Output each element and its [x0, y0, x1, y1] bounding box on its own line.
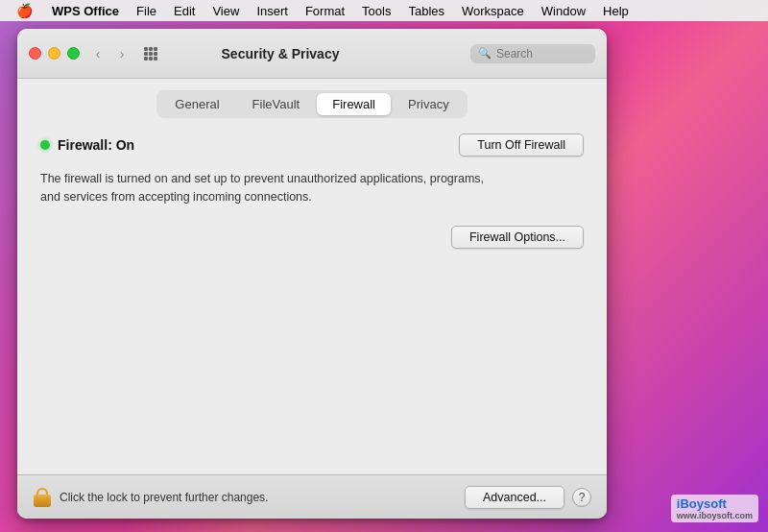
- menu-tools[interactable]: Tools: [353, 0, 399, 21]
- minimize-button[interactable]: [48, 47, 60, 60]
- security-privacy-window: ‹ › Security & Privacy 🔍 General: [17, 29, 607, 519]
- status-left: Firewall: On: [40, 137, 134, 153]
- maximize-button[interactable]: [67, 47, 80, 60]
- firewall-options-button[interactable]: Firewall Options...: [451, 226, 584, 249]
- tabs-container: General FileVault Firewall Privacy: [156, 90, 467, 118]
- traffic-lights: [29, 47, 80, 60]
- advanced-button[interactable]: Advanced...: [465, 486, 564, 509]
- search-icon: 🔍: [478, 47, 492, 60]
- firewall-status-label: Firewall: On: [58, 137, 134, 153]
- menu-view[interactable]: View: [204, 0, 248, 21]
- menu-edit[interactable]: Edit: [165, 0, 204, 21]
- menu-bar: 🍎 WPS Office File Edit View Insert Forma…: [0, 0, 768, 21]
- apple-menu[interactable]: 🍎: [8, 0, 43, 21]
- bottom-bar: Click the lock to prevent further change…: [17, 474, 607, 519]
- menu-window[interactable]: Window: [533, 0, 594, 21]
- tab-firewall[interactable]: Firewall: [317, 93, 391, 115]
- title-bar: ‹ › Security & Privacy 🔍: [17, 29, 607, 79]
- close-button[interactable]: [29, 47, 41, 60]
- menu-insert[interactable]: Insert: [248, 0, 297, 21]
- content-area: Firewall: On Turn Off Firewall The firew…: [17, 118, 607, 474]
- watermark: iBoysoft www.iboysoft.com: [671, 495, 758, 522]
- watermark-url: www.iboysoft.com: [677, 511, 753, 520]
- menu-file[interactable]: File: [128, 0, 165, 21]
- window-title: Security & Privacy: [90, 46, 470, 61]
- tab-general[interactable]: General: [159, 93, 234, 115]
- turn-off-firewall-button[interactable]: Turn Off Firewall: [459, 133, 584, 157]
- apple-icon: 🍎: [16, 3, 33, 18]
- lock-body: [34, 495, 51, 507]
- tabs-area: General FileVault Firewall Privacy: [17, 79, 607, 118]
- menu-tables[interactable]: Tables: [399, 0, 453, 21]
- menu-help[interactable]: Help: [594, 0, 637, 21]
- tab-privacy[interactable]: Privacy: [393, 93, 465, 115]
- bottom-right-controls: Advanced... ?: [465, 486, 591, 509]
- watermark-brand: iBoysoft: [677, 496, 753, 511]
- lock-icon: [33, 487, 52, 508]
- menu-workspace[interactable]: Workspace: [453, 0, 533, 21]
- search-box[interactable]: 🔍: [470, 44, 595, 63]
- tab-filevault[interactable]: FileVault: [237, 93, 316, 115]
- menu-format[interactable]: Format: [297, 0, 353, 21]
- firewall-options-row: Firewall Options...: [40, 226, 584, 249]
- firewall-status-row: Firewall: On Turn Off Firewall: [40, 133, 584, 157]
- search-input[interactable]: [496, 47, 588, 60]
- lock-label: Click the lock to prevent further change…: [60, 491, 268, 504]
- lock-button[interactable]: Click the lock to prevent further change…: [33, 487, 268, 508]
- status-indicator: [40, 140, 50, 150]
- firewall-description: The firewall is turned on and set up to …: [40, 170, 501, 206]
- help-button[interactable]: ?: [572, 488, 591, 507]
- menu-wps-office[interactable]: WPS Office: [43, 0, 128, 21]
